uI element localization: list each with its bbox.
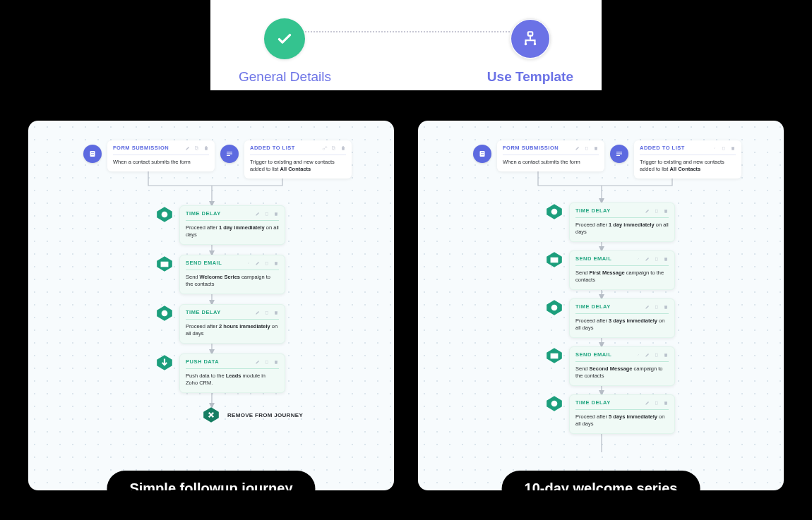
step-use-template[interactable]: Use Template: [487, 18, 573, 85]
svg-rect-24: [332, 146, 334, 149]
copy-icon[interactable]: [264, 310, 270, 315]
step-circle: [510, 18, 551, 59]
node-toolbar[interactable]: [185, 145, 209, 151]
template-card-welcome-series[interactable]: FORM SUBMISSION When a contact submits t…: [418, 121, 784, 490]
trigger-added-to-list[interactable]: ADDED TO LIST Trigger to existing and ne…: [610, 140, 741, 179]
copy-icon[interactable]: [654, 208, 659, 214]
action-time-delay-1[interactable]: TIME DELAY Proceed after 1 day immediate…: [155, 205, 285, 245]
link-icon[interactable]: [635, 352, 641, 358]
action-send-email-2[interactable]: SEND EMAIL Send Second Message campaign …: [545, 346, 675, 386]
edit-icon[interactable]: [255, 260, 261, 266]
svg-rect-35: [265, 361, 268, 363]
delete-icon[interactable]: [273, 211, 279, 217]
delete-icon[interactable]: [663, 400, 669, 406]
copy-icon[interactable]: [194, 145, 200, 151]
action-time-delay-1[interactable]: TIME DELAY Proceed after 1 day immediate…: [545, 202, 675, 242]
node-toolbar[interactable]: [255, 310, 279, 315]
edit-icon[interactable]: [255, 310, 261, 315]
svg-rect-16: [196, 147, 198, 150]
action-time-delay-2[interactable]: TIME DELAY Proceed after 3 days immediat…: [545, 298, 675, 338]
node-title: FORM SUBMISSION: [113, 145, 169, 152]
trigger-form-submission[interactable]: FORM SUBMISSION When a contact submits t…: [473, 140, 604, 171]
link-icon[interactable]: [246, 260, 251, 266]
node-description: Proceed after 3 days immediately on all …: [575, 318, 669, 332]
template-card-simple-followup[interactable]: FORM SUBMISSION When a contact submits t…: [28, 121, 394, 490]
edit-icon[interactable]: [255, 211, 261, 217]
step-general-details[interactable]: General Details: [239, 18, 331, 85]
delete-icon[interactable]: [663, 304, 669, 310]
action-time-delay-2[interactable]: TIME DELAY Proceed after 2 hours immedia…: [155, 304, 285, 344]
edit-icon[interactable]: [645, 352, 650, 358]
edit-icon[interactable]: [185, 145, 191, 151]
edit-icon[interactable]: [645, 208, 650, 214]
node-description: Send Welcome Series campaign to the cont…: [186, 274, 279, 288]
node-description: Proceed after 1 day immediately on all d…: [575, 222, 669, 236]
edit-icon[interactable]: [645, 400, 650, 406]
copy-icon[interactable]: [654, 400, 659, 406]
action-send-email-1[interactable]: SEND EMAIL Send Welcome Series campaign …: [155, 255, 285, 294]
link-icon[interactable]: [635, 256, 641, 262]
node-box: FORM SUBMISSION When a contact submits t…: [497, 140, 604, 171]
copy-icon[interactable]: [721, 145, 727, 151]
copy-icon[interactable]: [654, 304, 659, 310]
node-toolbar[interactable]: [645, 208, 669, 214]
trigger-added-to-list[interactable]: ADDED TO LIST Trigger to existing and ne…: [220, 140, 352, 179]
action-remove-from-journey[interactable]: REMOVE FROM JOURNEY: [202, 406, 303, 424]
exit-icon: [202, 406, 220, 424]
edit-icon[interactable]: [255, 359, 261, 365]
delete-icon[interactable]: [273, 310, 279, 315]
node-description: When a contact submits the form: [503, 159, 599, 166]
node-toolbar[interactable]: [575, 145, 599, 151]
edit-icon[interactable]: [575, 145, 580, 151]
link-icon[interactable]: [712, 145, 717, 151]
copy-icon[interactable]: [264, 260, 270, 266]
node-title: ADDED TO LIST: [640, 145, 685, 152]
action-push-data[interactable]: PUSH DATA Push data to the Leads module …: [155, 353, 285, 393]
copy-icon[interactable]: [264, 359, 270, 365]
edit-icon[interactable]: [645, 256, 650, 262]
node-box: TIME DELAY Proceed after 5 days immediat…: [569, 394, 675, 434]
delete-icon[interactable]: [663, 208, 669, 214]
node-toolbar[interactable]: [246, 260, 279, 266]
copy-icon[interactable]: [654, 352, 659, 358]
check-icon: [264, 18, 305, 59]
node-box: TIME DELAY Proceed after 2 hours immedia…: [179, 304, 285, 344]
delete-icon[interactable]: [273, 260, 279, 266]
delete-icon[interactable]: [730, 145, 736, 151]
node-description: When a contact submits the form: [113, 159, 209, 166]
delete-icon[interactable]: [593, 145, 599, 151]
svg-rect-61: [655, 258, 657, 260]
node-box: TIME DELAY Proceed after 3 days immediat…: [569, 298, 675, 338]
node-description: Send First Message campaign to the conta…: [575, 270, 669, 284]
svg-rect-23: [333, 147, 335, 150]
action-time-delay-3[interactable]: TIME DELAY Proceed after 5 days immediat…: [545, 394, 675, 434]
node-toolbar[interactable]: [255, 359, 279, 365]
action-send-email-1[interactable]: SEND EMAIL Send First Message campaign t…: [545, 250, 675, 290]
node-toolbar[interactable]: [635, 256, 669, 262]
edit-icon[interactable]: [645, 304, 650, 310]
node-toolbar[interactable]: [635, 352, 669, 358]
trigger-form-submission[interactable]: FORM SUBMISSION When a contact submits t…: [83, 140, 215, 171]
delete-icon[interactable]: [273, 359, 279, 365]
svg-rect-15: [91, 154, 94, 155]
node-toolbar[interactable]: [255, 211, 279, 217]
link-icon[interactable]: [322, 145, 328, 151]
node-toolbar[interactable]: [645, 400, 669, 406]
copy-icon[interactable]: [654, 256, 659, 262]
node-toolbar[interactable]: [712, 145, 736, 151]
svg-rect-18: [227, 152, 232, 152]
node-title: SEND EMAIL: [575, 351, 611, 358]
delete-icon[interactable]: [203, 145, 209, 151]
delete-icon[interactable]: [340, 145, 346, 151]
node-toolbar[interactable]: [322, 145, 346, 151]
copy-icon[interactable]: [264, 211, 270, 217]
svg-rect-66: [551, 353, 559, 359]
copy-icon[interactable]: [584, 145, 590, 151]
node-toolbar[interactable]: [645, 304, 669, 310]
journey-canvas: FORM SUBMISSION When a contact submits t…: [418, 121, 784, 490]
copy-icon[interactable]: [331, 145, 337, 151]
delete-icon[interactable]: [663, 256, 669, 262]
template-caption: 10-day welcome series: [502, 471, 700, 490]
delete-icon[interactable]: [663, 352, 669, 358]
svg-rect-51: [585, 147, 587, 150]
